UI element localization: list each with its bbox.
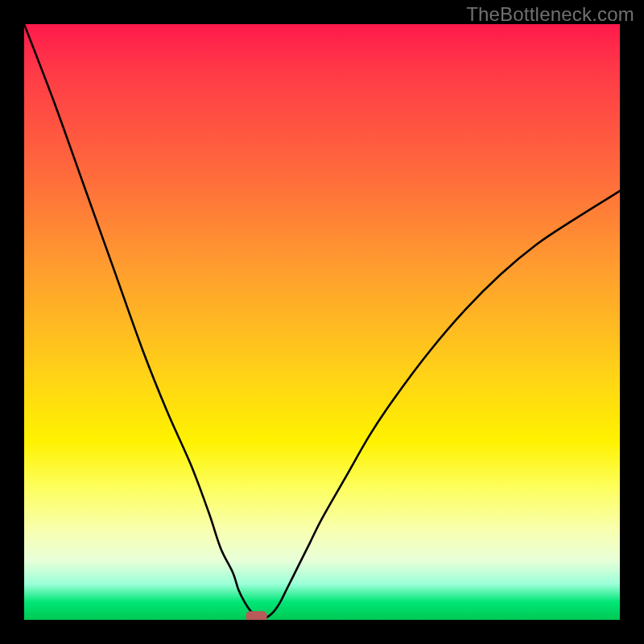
plot-area — [24, 24, 620, 620]
curve-line — [24, 24, 620, 619]
chart-frame: TheBottleneck.com — [0, 0, 644, 644]
bottleneck-curve — [24, 24, 620, 620]
watermark-text: TheBottleneck.com — [466, 3, 634, 26]
minimum-marker — [246, 611, 267, 620]
